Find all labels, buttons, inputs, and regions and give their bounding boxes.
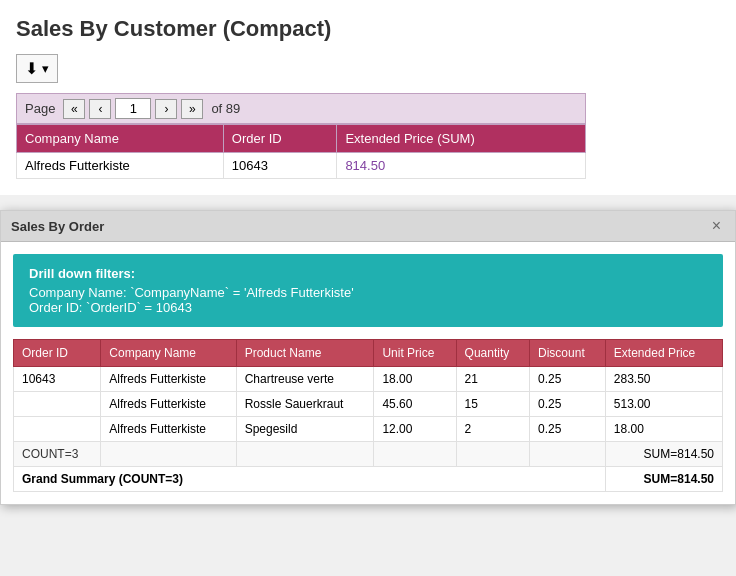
row2-product-name: Rossle Sauerkraut <box>236 392 374 417</box>
detail-col-quantity: Quantity <box>456 340 529 367</box>
row2-extended-price: 513.00 <box>605 392 722 417</box>
detail-row-3: Alfreds Futterkiste Spegesild 12.00 2 0.… <box>14 417 723 442</box>
row1-product-name: Chartreuse verte <box>236 367 374 392</box>
row3-company-name: Alfreds Futterkiste <box>101 417 236 442</box>
export-dropdown-arrow: ▾ <box>42 61 49 76</box>
toolbar: ⬇ ▾ <box>16 54 720 83</box>
row3-extended-price: 18.00 <box>605 417 722 442</box>
grand-summary-row: Grand Summary (COUNT=3) SUM=814.50 <box>14 467 723 492</box>
row3-discount: 0.25 <box>530 417 606 442</box>
company-name-cell: Alfreds Futterkiste <box>17 153 224 179</box>
row1-unit-price: 18.00 <box>374 367 456 392</box>
next-page-button[interactable]: › <box>155 99 177 119</box>
drill-filter-box: Drill down filters: Company Name: `Compa… <box>13 254 723 327</box>
summary-empty-1 <box>101 442 236 467</box>
row2-unit-price: 45.60 <box>374 392 456 417</box>
page-input[interactable] <box>115 98 151 119</box>
outer-table-header-row: Company Name Order ID Extended Price (SU… <box>17 125 586 153</box>
grand-sum-label: SUM=814.50 <box>605 467 722 492</box>
table-row: Alfreds Futterkiste 10643 814.50 <box>17 153 586 179</box>
row3-quantity: 2 <box>456 417 529 442</box>
row1-quantity: 21 <box>456 367 529 392</box>
prev-page-button[interactable]: ‹ <box>89 99 111 119</box>
row1-order-id: 10643 <box>14 367 101 392</box>
page-label: Page <box>25 101 55 116</box>
drill-filter-line1: Company Name: `CompanyName` = 'Alfreds F… <box>29 285 707 300</box>
grand-summary-label: Grand Summary (COUNT=3) <box>14 467 606 492</box>
col-order-id: Order ID <box>223 125 337 153</box>
row2-quantity: 15 <box>456 392 529 417</box>
summary-empty-4 <box>456 442 529 467</box>
order-id-cell: 10643 <box>223 153 337 179</box>
summary-empty-2 <box>236 442 374 467</box>
drill-filter-line2: Order ID: `OrderID` = 10643 <box>29 300 707 315</box>
main-page: Sales By Customer (Compact) ⬇ ▾ Page « ‹… <box>0 0 736 195</box>
drill-filter-title: Drill down filters: <box>29 266 707 281</box>
outer-table: Company Name Order ID Extended Price (SU… <box>16 124 586 179</box>
modal-close-button[interactable]: × <box>708 217 725 235</box>
first-page-button[interactable]: « <box>63 99 85 119</box>
detail-col-company-name: Company Name <box>101 340 236 367</box>
summary-row: COUNT=3 SUM=814.50 <box>14 442 723 467</box>
row2-order-id <box>14 392 101 417</box>
detail-col-discount: Discount <box>530 340 606 367</box>
page-title: Sales By Customer (Compact) <box>16 16 720 42</box>
modal-title: Sales By Order <box>11 219 104 234</box>
modal: Sales By Order × Drill down filters: Com… <box>0 210 736 505</box>
total-pages-label: of 89 <box>211 101 240 116</box>
row3-product-name: Spegesild <box>236 417 374 442</box>
detail-col-unit-price: Unit Price <box>374 340 456 367</box>
detail-table: Order ID Company Name Product Name Unit … <box>13 339 723 492</box>
detail-row-2: Alfreds Futterkiste Rossle Sauerkraut 45… <box>14 392 723 417</box>
modal-overlay: Sales By Order × Drill down filters: Com… <box>0 210 736 505</box>
summary-empty-3 <box>374 442 456 467</box>
detail-col-extended-price: Extended Price <box>605 340 722 367</box>
detail-row-1: 10643 Alfreds Futterkiste Chartreuse ver… <box>14 367 723 392</box>
export-button[interactable]: ⬇ ▾ <box>16 54 58 83</box>
row2-company-name: Alfreds Futterkiste <box>101 392 236 417</box>
sum-label: SUM=814.50 <box>605 442 722 467</box>
detail-table-header-row: Order ID Company Name Product Name Unit … <box>14 340 723 367</box>
row2-discount: 0.25 <box>530 392 606 417</box>
modal-header: Sales By Order × <box>1 211 735 242</box>
summary-empty-5 <box>530 442 606 467</box>
pagination-bar: Page « ‹ › » of 89 <box>16 93 586 124</box>
extended-price-cell[interactable]: 814.50 <box>337 153 586 179</box>
row1-discount: 0.25 <box>530 367 606 392</box>
row3-unit-price: 12.00 <box>374 417 456 442</box>
row3-order-id <box>14 417 101 442</box>
detail-col-order-id: Order ID <box>14 340 101 367</box>
detail-col-product-name: Product Name <box>236 340 374 367</box>
download-icon: ⬇ <box>25 59 38 78</box>
col-extended-price-sum: Extended Price (SUM) <box>337 125 586 153</box>
modal-body: Drill down filters: Company Name: `Compa… <box>1 242 735 504</box>
row1-company-name: Alfreds Futterkiste <box>101 367 236 392</box>
count-label: COUNT=3 <box>14 442 101 467</box>
col-company-name: Company Name <box>17 125 224 153</box>
row1-extended-price: 283.50 <box>605 367 722 392</box>
last-page-button[interactable]: » <box>181 99 203 119</box>
